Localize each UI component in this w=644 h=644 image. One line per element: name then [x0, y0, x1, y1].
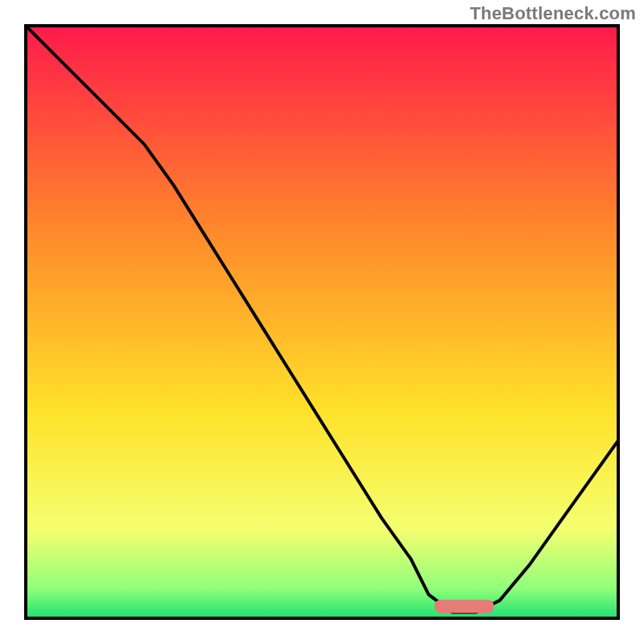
chart-container: TheBottleneck.com: [0, 0, 644, 644]
optimal-marker: [435, 600, 494, 613]
bottleneck-curve-plot: [0, 0, 644, 644]
